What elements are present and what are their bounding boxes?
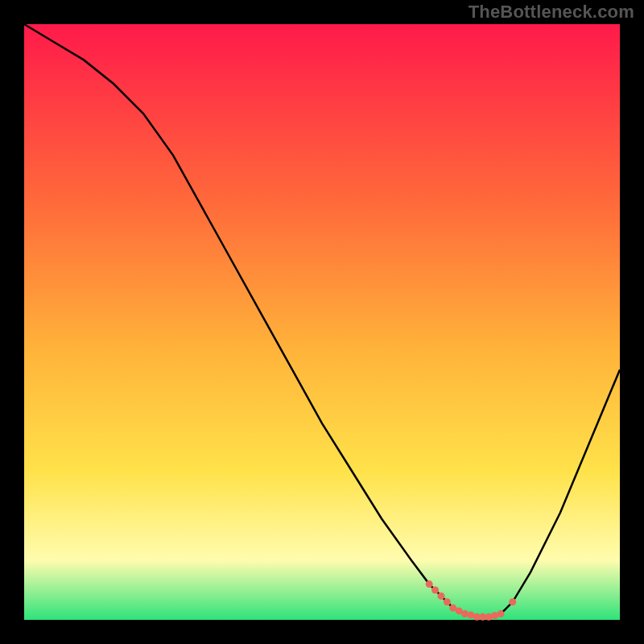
- marker-dot: [485, 613, 493, 621]
- marker-dot: [426, 580, 433, 588]
- marker-dot: [461, 610, 469, 617]
- chart-svg: [0, 0, 644, 644]
- marker-dot: [509, 598, 516, 605]
- gradient-background: [24, 24, 620, 620]
- marker-dot: [497, 610, 505, 617]
- marker-dot: [431, 587, 439, 594]
- marker-dot: [444, 598, 451, 605]
- marker-dot: [438, 592, 445, 600]
- chart-frame: TheBottleneck.com: [0, 0, 644, 644]
